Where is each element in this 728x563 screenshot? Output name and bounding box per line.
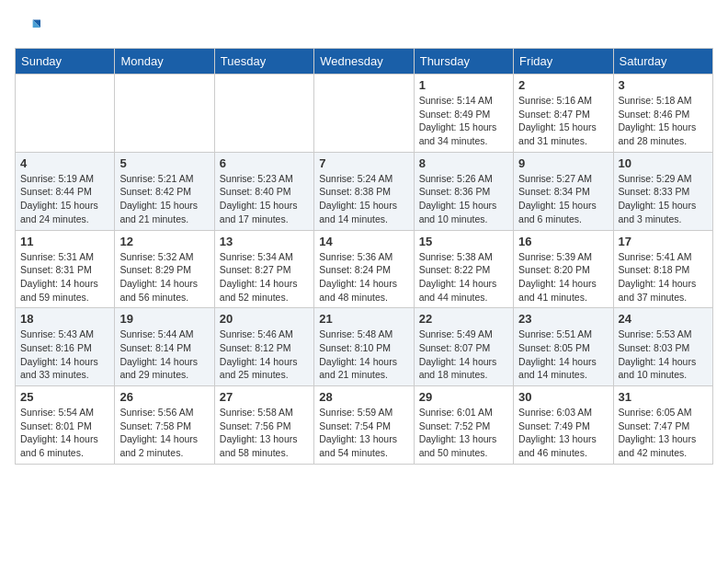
day-info: Sunrise: 5:46 AM Sunset: 8:12 PM Dayligh… xyxy=(220,327,309,382)
day-info: Sunrise: 5:51 AM Sunset: 8:05 PM Dayligh… xyxy=(518,327,608,382)
day-of-week-header: Monday xyxy=(115,49,214,75)
day-number: 22 xyxy=(419,312,508,326)
day-info: Sunrise: 5:29 AM Sunset: 8:33 PM Dayligh… xyxy=(619,172,708,226)
day-number: 12 xyxy=(119,235,209,248)
logo-icon xyxy=(15,15,40,40)
day-info: Sunrise: 5:49 AM Sunset: 8:07 PM Dayligh… xyxy=(419,327,508,382)
calendar-cell xyxy=(115,75,214,153)
calendar-cell: 25Sunrise: 5:54 AM Sunset: 8:01 PM Dayli… xyxy=(16,386,115,465)
day-info: Sunrise: 6:01 AM Sunset: 7:52 PM Dayligh… xyxy=(419,406,508,460)
calendar-cell xyxy=(214,75,313,153)
day-number: 2 xyxy=(518,78,608,92)
day-of-week-header: Saturday xyxy=(613,49,712,75)
day-info: Sunrise: 5:44 AM Sunset: 8:14 PM Dayligh… xyxy=(119,327,209,382)
calendar-cell: 23Sunrise: 5:51 AM Sunset: 8:05 PM Dayli… xyxy=(514,308,613,386)
day-info: Sunrise: 5:59 AM Sunset: 7:54 PM Dayligh… xyxy=(319,406,408,460)
calendar-cell: 30Sunrise: 6:03 AM Sunset: 7:49 PM Dayli… xyxy=(514,386,613,465)
day-number: 11 xyxy=(20,235,109,248)
day-info: Sunrise: 5:34 AM Sunset: 8:27 PM Dayligh… xyxy=(220,250,309,304)
day-info: Sunrise: 5:41 AM Sunset: 8:18 PM Dayligh… xyxy=(619,250,708,304)
day-info: Sunrise: 5:21 AM Sunset: 8:42 PM Dayligh… xyxy=(119,172,209,226)
day-number: 13 xyxy=(220,235,309,248)
calendar-cell: 28Sunrise: 5:59 AM Sunset: 7:54 PM Dayli… xyxy=(314,386,414,465)
day-number: 7 xyxy=(319,156,408,170)
day-number: 9 xyxy=(518,156,608,170)
day-number: 14 xyxy=(319,235,408,248)
page-header xyxy=(15,15,713,40)
calendar-table: SundayMondayTuesdayWednesdayThursdayFrid… xyxy=(15,48,713,465)
day-number: 19 xyxy=(119,312,209,326)
day-info: Sunrise: 6:05 AM Sunset: 7:47 PM Dayligh… xyxy=(619,406,708,460)
day-number: 30 xyxy=(518,390,608,404)
day-number: 24 xyxy=(619,312,708,326)
day-of-week-header: Thursday xyxy=(414,49,513,75)
day-number: 31 xyxy=(619,390,708,404)
day-info: Sunrise: 5:16 AM Sunset: 8:47 PM Dayligh… xyxy=(518,94,608,148)
day-number: 28 xyxy=(319,390,408,404)
calendar-cell: 24Sunrise: 5:53 AM Sunset: 8:03 PM Dayli… xyxy=(613,308,712,386)
day-info: Sunrise: 5:39 AM Sunset: 8:20 PM Dayligh… xyxy=(518,250,608,304)
day-number: 17 xyxy=(619,235,708,248)
day-info: Sunrise: 5:18 AM Sunset: 8:46 PM Dayligh… xyxy=(619,94,708,148)
day-info: Sunrise: 5:58 AM Sunset: 7:56 PM Dayligh… xyxy=(220,406,309,460)
calendar-cell: 31Sunrise: 6:05 AM Sunset: 7:47 PM Dayli… xyxy=(613,386,712,465)
day-number: 3 xyxy=(619,78,708,92)
calendar-cell: 3Sunrise: 5:18 AM Sunset: 8:46 PM Daylig… xyxy=(613,75,712,153)
day-info: Sunrise: 5:32 AM Sunset: 8:29 PM Dayligh… xyxy=(119,250,209,304)
calendar-week-row: 1Sunrise: 5:14 AM Sunset: 8:49 PM Daylig… xyxy=(16,75,713,153)
calendar-cell: 26Sunrise: 5:56 AM Sunset: 7:58 PM Dayli… xyxy=(115,386,214,465)
calendar-cell xyxy=(314,75,414,153)
day-number: 27 xyxy=(220,390,309,404)
day-number: 10 xyxy=(619,156,708,170)
day-number: 20 xyxy=(220,312,309,326)
logo xyxy=(15,15,44,40)
day-number: 6 xyxy=(220,156,309,170)
day-info: Sunrise: 5:14 AM Sunset: 8:49 PM Dayligh… xyxy=(419,94,508,148)
calendar-cell: 21Sunrise: 5:48 AM Sunset: 8:10 PM Dayli… xyxy=(314,308,414,386)
day-info: Sunrise: 5:56 AM Sunset: 7:58 PM Dayligh… xyxy=(119,406,209,460)
day-info: Sunrise: 5:23 AM Sunset: 8:40 PM Dayligh… xyxy=(220,172,309,226)
calendar-cell: 22Sunrise: 5:49 AM Sunset: 8:07 PM Dayli… xyxy=(414,308,513,386)
calendar-cell: 13Sunrise: 5:34 AM Sunset: 8:27 PM Dayli… xyxy=(214,230,313,308)
day-info: Sunrise: 5:26 AM Sunset: 8:36 PM Dayligh… xyxy=(419,172,508,226)
calendar-cell: 29Sunrise: 6:01 AM Sunset: 7:52 PM Dayli… xyxy=(414,386,513,465)
calendar-cell: 17Sunrise: 5:41 AM Sunset: 8:18 PM Dayli… xyxy=(613,230,712,308)
calendar-header-row: SundayMondayTuesdayWednesdayThursdayFrid… xyxy=(16,49,713,75)
calendar-cell: 11Sunrise: 5:31 AM Sunset: 8:31 PM Dayli… xyxy=(16,230,115,308)
calendar-cell: 16Sunrise: 5:39 AM Sunset: 8:20 PM Dayli… xyxy=(514,230,613,308)
day-number: 15 xyxy=(419,235,508,248)
calendar-week-row: 25Sunrise: 5:54 AM Sunset: 8:01 PM Dayli… xyxy=(16,386,713,465)
calendar-cell: 5Sunrise: 5:21 AM Sunset: 8:42 PM Daylig… xyxy=(115,152,214,230)
day-info: Sunrise: 5:19 AM Sunset: 8:44 PM Dayligh… xyxy=(20,172,109,226)
calendar-cell: 6Sunrise: 5:23 AM Sunset: 8:40 PM Daylig… xyxy=(214,152,313,230)
calendar-cell xyxy=(16,75,115,153)
calendar-cell: 14Sunrise: 5:36 AM Sunset: 8:24 PM Dayli… xyxy=(314,230,414,308)
day-number: 1 xyxy=(419,78,508,92)
day-of-week-header: Tuesday xyxy=(214,49,313,75)
calendar-week-row: 18Sunrise: 5:43 AM Sunset: 8:16 PM Dayli… xyxy=(16,308,713,386)
day-info: Sunrise: 5:48 AM Sunset: 8:10 PM Dayligh… xyxy=(319,327,408,382)
calendar-week-row: 4Sunrise: 5:19 AM Sunset: 8:44 PM Daylig… xyxy=(16,152,713,230)
calendar-cell: 12Sunrise: 5:32 AM Sunset: 8:29 PM Dayli… xyxy=(115,230,214,308)
day-number: 4 xyxy=(20,156,109,170)
day-info: Sunrise: 5:24 AM Sunset: 8:38 PM Dayligh… xyxy=(319,172,408,226)
calendar-cell: 27Sunrise: 5:58 AM Sunset: 7:56 PM Dayli… xyxy=(214,386,313,465)
day-number: 18 xyxy=(20,312,109,326)
day-info: Sunrise: 5:36 AM Sunset: 8:24 PM Dayligh… xyxy=(319,250,408,304)
day-number: 29 xyxy=(419,390,508,404)
day-of-week-header: Sunday xyxy=(16,49,115,75)
calendar-cell: 19Sunrise: 5:44 AM Sunset: 8:14 PM Dayli… xyxy=(115,308,214,386)
day-of-week-header: Wednesday xyxy=(314,49,414,75)
day-number: 16 xyxy=(518,235,608,248)
day-of-week-header: Friday xyxy=(514,49,613,75)
calendar-cell: 18Sunrise: 5:43 AM Sunset: 8:16 PM Dayli… xyxy=(16,308,115,386)
day-number: 8 xyxy=(419,156,508,170)
calendar-cell: 8Sunrise: 5:26 AM Sunset: 8:36 PM Daylig… xyxy=(414,152,513,230)
day-info: Sunrise: 5:27 AM Sunset: 8:34 PM Dayligh… xyxy=(518,172,608,226)
calendar-cell: 9Sunrise: 5:27 AM Sunset: 8:34 PM Daylig… xyxy=(514,152,613,230)
day-info: Sunrise: 6:03 AM Sunset: 7:49 PM Dayligh… xyxy=(518,406,608,460)
day-number: 25 xyxy=(20,390,109,404)
calendar-cell: 1Sunrise: 5:14 AM Sunset: 8:49 PM Daylig… xyxy=(414,75,513,153)
day-info: Sunrise: 5:31 AM Sunset: 8:31 PM Dayligh… xyxy=(20,250,109,304)
day-info: Sunrise: 5:38 AM Sunset: 8:22 PM Dayligh… xyxy=(419,250,508,304)
